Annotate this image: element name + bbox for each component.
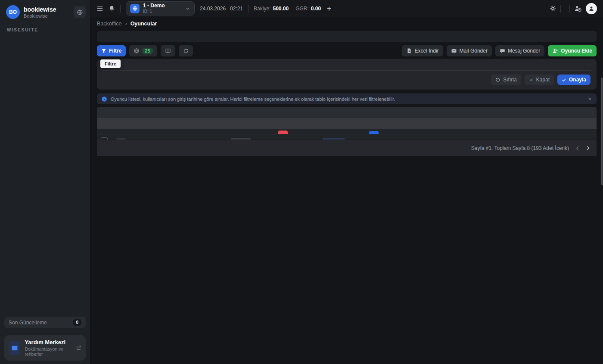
topbar: 1 - Demo ID: 1 24.03.2026 02:21 Bakiye: … (90, 0, 603, 17)
breadcrumb: Backoffice › Oyuncular (97, 17, 597, 30)
info-text: Oyuncu listesi, kullanıcıları son giriş … (111, 96, 395, 102)
reset-button[interactable]: Sıfırla (491, 75, 521, 85)
help-title: Yardım Merkezi (25, 339, 71, 345)
ggr-value: 0.00 (311, 6, 321, 12)
notifications-bell-button[interactable] (109, 5, 115, 12)
columns-button[interactable] (161, 45, 175, 56)
info-banner: Oyuncu listesi, kullanıcıları son giriş … (97, 93, 597, 104)
page-title: Oyuncular (131, 21, 157, 27)
brand-name: bookiewise (24, 6, 56, 13)
filtre-tooltip: Filtre (100, 59, 121, 68)
stats-bar (97, 31, 597, 42)
book-icon (9, 341, 20, 355)
balance-info: Bakiye: 500.00 GGR: 0.00 (254, 6, 321, 12)
external-link-icon (76, 345, 81, 351)
last-update: Son Güncelleme 0 (4, 317, 86, 328)
site-selector[interactable]: 1 - Demo ID: 1 (126, 1, 195, 15)
close-button[interactable]: Kapat (525, 75, 554, 85)
partial-row-bottom (97, 134, 597, 140)
refresh-icon (183, 48, 189, 54)
globe-icon (134, 48, 140, 54)
excel-export-button[interactable]: Excel İndir (402, 45, 443, 56)
breadcrumb-separator: › (125, 21, 127, 27)
table-toolbar: Filtre 25 Excel İndir Mail Gönder Mesaj … (97, 45, 597, 56)
datetime: 24.03.2026 02:21 (200, 6, 243, 12)
funnel-icon (101, 48, 106, 53)
site-selector-id: ID: 1 (143, 9, 165, 14)
brand-subtitle: Bookiewise (24, 13, 56, 19)
user-avatar[interactable] (586, 3, 597, 14)
table-search-row (97, 118, 597, 129)
time-text: 02:21 (230, 6, 243, 12)
chevron-down-icon (185, 6, 190, 11)
next-page-icon[interactable] (585, 145, 591, 151)
breadcrumb-root[interactable]: Backoffice (97, 21, 121, 27)
site-globe-icon (130, 4, 140, 13)
balance-value: 500.00 (273, 6, 289, 12)
main-content: Backoffice › Oyuncular Filtre 25 Excel İ… (90, 17, 603, 364)
file-download-icon (406, 48, 412, 54)
site-selector-label: 1 - Demo (143, 3, 165, 9)
globe-icon (77, 9, 83, 16)
refresh-button[interactable] (179, 45, 193, 56)
reset-icon (495, 77, 500, 82)
sidebar-menu (0, 35, 90, 313)
send-message-button[interactable]: Mesaj Gönder (495, 45, 544, 56)
balance-label: Bakiye: (254, 6, 270, 12)
pagination-bar: Sayfa #1. Toplam Sayfa 8 (193 Adet İceri… (97, 140, 597, 156)
help-center-card[interactable]: Yardım Merkezi Dokümantasyon ve rehberle… (4, 335, 86, 361)
add-player-button[interactable]: Oyuncu Ekle (548, 45, 597, 56)
page-scrollbar[interactable] (601, 78, 603, 185)
filter-panel: Filtre Sıfırla Kapat Onayla (97, 59, 597, 90)
user-plus-icon (552, 48, 558, 54)
last-update-badge: 0 (73, 319, 81, 326)
sidebar: BO bookiewise Bookiewise WISESUITE Son G… (0, 0, 90, 364)
table-header-row (97, 107, 597, 118)
filter-button[interactable]: Filtre (97, 45, 126, 56)
settings-gear-button[interactable] (550, 5, 556, 12)
ggr-label: GGR: (295, 6, 309, 12)
partial-row-top (97, 129, 597, 134)
user-clock-icon[interactable] (574, 5, 581, 12)
envelope-icon (451, 48, 457, 54)
close-icon (529, 78, 534, 82)
columns-icon (165, 48, 171, 54)
info-icon (101, 96, 107, 102)
send-mail-button[interactable]: Mail Gönder (447, 45, 492, 56)
last-update-label: Son Güncelleme (9, 320, 47, 326)
user-icon (588, 6, 594, 12)
sidebar-section-label: WISESUITE (0, 23, 90, 35)
app-root: BO bookiewise Bookiewise WISESUITE Son G… (0, 0, 603, 364)
brand-avatar: BO (6, 5, 20, 19)
filter-actions: Sıfırla Kapat Onayla (102, 70, 591, 86)
online-count-badge: 25 (142, 48, 152, 54)
add-button[interactable] (326, 6, 332, 12)
help-subtitle: Dokümantasyon ve rehberler (25, 346, 71, 357)
prev-page-icon[interactable] (575, 145, 581, 151)
check-icon (562, 78, 566, 82)
pagination-info: Sayfa #1. Toplam Sayfa 8 (193 Adet İceri… (471, 145, 569, 151)
players-table (97, 107, 597, 140)
date-text: 24.03.2026 (200, 6, 226, 12)
chat-icon (500, 48, 505, 54)
brand-block: BO bookiewise Bookiewise (0, 0, 90, 23)
apply-button[interactable]: Onayla (557, 75, 591, 85)
hamburger-menu-button[interactable] (96, 5, 103, 12)
dismiss-info-icon[interactable] (587, 96, 592, 101)
language-button[interactable] (74, 6, 86, 18)
online-filter-button[interactable]: 25 (129, 45, 157, 56)
